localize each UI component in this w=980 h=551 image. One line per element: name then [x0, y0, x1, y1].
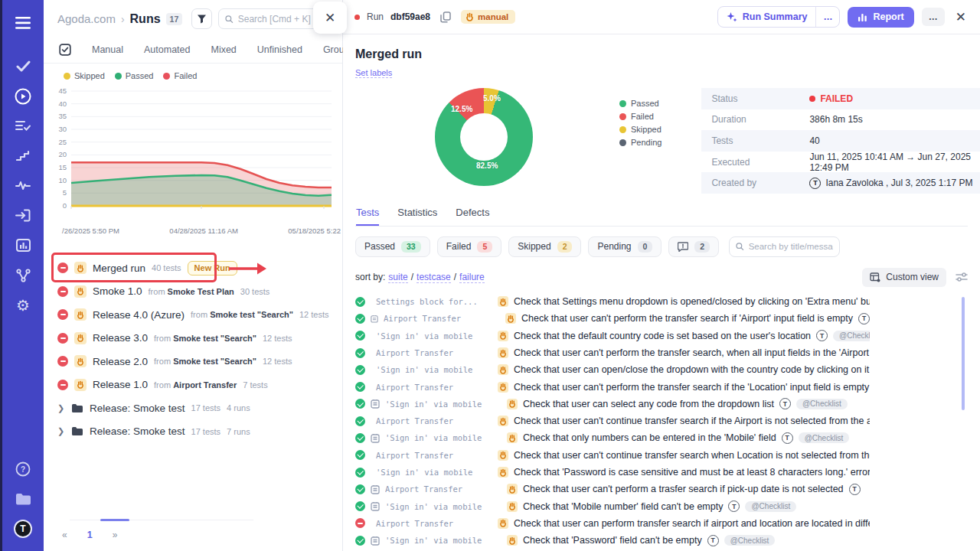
tests-search[interactable]	[729, 236, 840, 257]
run-list-item[interactable]: Release 4.0 (Azure) from Smoke test "Sea…	[57, 303, 328, 327]
breadcrumb-project[interactable]: Agoda.com	[57, 12, 116, 25]
run-failed-icon	[57, 380, 68, 390]
filter-count: 0	[638, 241, 653, 253]
test-row[interactable]: Airport Transfer Check that user can per…	[355, 515, 870, 532]
sort-link-suite[interactable]: suite	[388, 272, 407, 283]
manual-test-icon	[498, 518, 508, 529]
report-button[interactable]: Report	[848, 7, 913, 28]
test-title: Check that user can select any code from…	[523, 399, 774, 409]
scrollbar-thumb[interactable]	[962, 297, 965, 410]
sort-link-failure[interactable]: failure	[459, 272, 485, 283]
run-list: Merged run 40 tests New Run Smoke 1.0 fr…	[44, 235, 342, 443]
sort-link-testcase[interactable]: testcase	[416, 272, 451, 283]
test-row[interactable]: Airport Transfer Check that user can't p…	[355, 481, 870, 497]
test-row[interactable]: 'Sign in' via mobile Check that 'Passwor…	[355, 532, 870, 549]
test-row[interactable]: Airport Transfer Check that user can't c…	[355, 447, 870, 464]
checklist-tag: @Checklist	[796, 399, 848, 409]
select-runs-icon[interactable]	[59, 44, 71, 56]
tab-defects[interactable]: Defects	[456, 207, 489, 226]
test-row[interactable]: 'Sign in' via mobile Check that 'Passwor…	[355, 464, 870, 481]
run-summary-split-button: Run Summary …	[717, 6, 841, 28]
test-row[interactable]: 'Sign in' via mobile Check that only num…	[355, 429, 870, 446]
test-title: Check that 'Mobile number' field can't b…	[523, 501, 723, 512]
filter-chip-skipped[interactable]: Skipped 2	[508, 236, 581, 257]
svg-text:5: 5	[63, 188, 67, 197]
filter-button[interactable]	[191, 8, 212, 29]
close-panel-button[interactable]: ✕	[313, 2, 347, 34]
run-name: Smoke 1.0	[93, 285, 142, 297]
manual-run-icon	[74, 355, 87, 367]
bar-chart-icon[interactable]	[2, 230, 44, 260]
set-labels-link[interactable]: Set labels	[355, 68, 392, 78]
play-circle-icon[interactable]	[2, 81, 44, 111]
branch-icon[interactable]	[2, 260, 44, 290]
run-folder-item[interactable]: ❯ Release: Smoke test 17 tests 4 runs	[57, 396, 328, 420]
close-detail-button[interactable]: ✕	[952, 8, 969, 27]
filter-chip-failed[interactable]: Failed 5	[437, 236, 502, 257]
tune-icon[interactable]	[956, 272, 968, 282]
steps-icon[interactable]	[2, 141, 44, 171]
chevron-right-icon[interactable]: ❯	[57, 426, 65, 436]
chevron-right-icon[interactable]: ❯	[57, 403, 65, 413]
info-row-tests: Tests 40	[701, 130, 980, 152]
runs-tab-manual[interactable]: Manual	[92, 44, 123, 55]
test-row[interactable]: Airport Transfer Check that user can't p…	[355, 310, 870, 327]
run-list-item[interactable]: Release 2.0 from Smoke test "Search" 12 …	[57, 350, 328, 373]
runs-tab-automated[interactable]: Automated	[144, 44, 190, 55]
test-status-passed-icon	[355, 331, 365, 341]
legend-dot	[64, 73, 70, 80]
run-summary-button[interactable]: Run Summary	[718, 7, 816, 27]
test-row[interactable]: 'Sign in' via mobile Check that the defa…	[355, 328, 870, 344]
copy-icon[interactable]	[437, 8, 454, 25]
tab-statistics[interactable]: Statistics	[397, 207, 437, 226]
help-icon[interactable]: ?	[2, 454, 44, 484]
runs-tab-mixed[interactable]: Mixed	[211, 44, 236, 55]
runs-search-input[interactable]	[238, 14, 325, 24]
gear-icon[interactable]: ⚙	[2, 290, 44, 320]
comments-filter-chip[interactable]: 2	[668, 236, 719, 257]
tab-tests[interactable]: Tests	[356, 207, 379, 226]
list-check-icon[interactable]	[2, 111, 44, 141]
test-row[interactable]: 'Sign in' via mobile Check that 'Mobile …	[355, 498, 870, 515]
more-actions-button[interactable]: …	[922, 8, 945, 26]
test-row[interactable]: Airport Transfer Check that user can't p…	[355, 378, 870, 395]
svg-text:40: 40	[58, 99, 67, 108]
run-list-item[interactable]: Smoke 1.0 from Smoke Test Plan 30 tests	[57, 280, 328, 304]
info-row-duration: Duration 386h 8m 15s	[701, 109, 980, 131]
pulse-icon[interactable]	[2, 171, 44, 201]
test-status-passed-icon	[355, 501, 365, 511]
filter-chip-passed[interactable]: Passed 33	[355, 236, 430, 257]
pagination-prev[interactable]: «	[62, 530, 67, 540]
run-failed-icon	[57, 286, 68, 297]
test-row[interactable]: 'Sign in' via mobile Check that user can…	[355, 361, 870, 378]
info-value: 386h 8m 15s	[809, 114, 862, 125]
menu-icon[interactable]	[2, 8, 44, 37]
test-row[interactable]: Airport Transfer Check that user can't c…	[355, 412, 870, 429]
run-list-item[interactable]: Release 1.0 from Airport Transfer 7 test…	[57, 373, 328, 397]
hand-icon	[508, 399, 516, 408]
run-folder-item[interactable]: ❯ Release: Smoke test 17 tests 7 runs	[57, 420, 328, 444]
test-status-passed-icon	[355, 450, 365, 460]
runs-tab-unfinished[interactable]: Unfinished	[257, 44, 302, 55]
sign-in-icon[interactable]	[2, 201, 44, 230]
creator-value: Iana Zavoloka , Jul 3, 2025 1:17 PM	[825, 178, 972, 188]
run-summary-more-button[interactable]: …	[815, 7, 839, 27]
filter-label: Failed	[446, 241, 472, 252]
test-row[interactable]: 'Sign in' via mobile Check that user can…	[355, 396, 870, 412]
folder-icon[interactable]	[2, 484, 44, 514]
filter-chip-pending[interactable]: Pending 0	[588, 236, 662, 257]
test-status-passed-icon	[355, 365, 365, 375]
run-list-item[interactable]: Release 3.0 from Smoke test "Search" 12 …	[57, 327, 328, 350]
tests-search-input[interactable]	[749, 242, 834, 251]
testcase-icon	[371, 536, 380, 546]
manual-run-badge: manual	[461, 10, 515, 24]
pagination-page-1[interactable]: 1	[87, 530, 93, 540]
user-avatar[interactable]: T	[2, 514, 44, 543]
info-label: Status	[711, 93, 809, 104]
test-row[interactable]: Settings block for... Check that Setting…	[355, 293, 870, 310]
test-row[interactable]: Airport Transfer Check that user can't p…	[355, 344, 870, 361]
custom-view-button[interactable]: Custom view	[862, 268, 946, 287]
run-list-item[interactable]: Merged run 40 tests New Run	[57, 256, 328, 280]
check-icon[interactable]	[2, 51, 44, 81]
pagination-next[interactable]: »	[113, 530, 118, 540]
